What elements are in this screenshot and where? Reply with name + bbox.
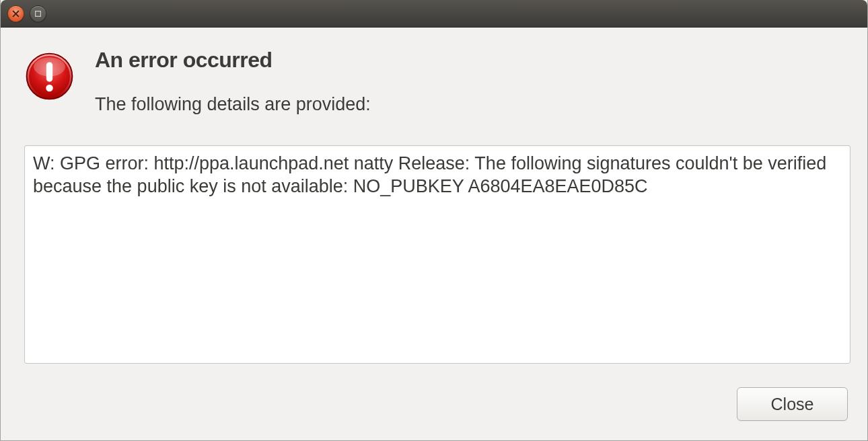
dialog-subtitle: The following details are provided: xyxy=(95,94,851,115)
error-dialog-window: An error occurred The following details … xyxy=(0,0,868,441)
svg-rect-4 xyxy=(46,62,52,81)
dialog-content: An error occurred The following details … xyxy=(1,28,867,440)
svg-rect-0 xyxy=(36,11,41,16)
window-close-button[interactable] xyxy=(7,5,24,22)
close-button[interactable]: Close xyxy=(737,387,848,421)
dialog-header-text: An error occurred The following details … xyxy=(95,48,851,115)
close-icon xyxy=(12,10,20,17)
svg-point-5 xyxy=(46,85,53,92)
minimize-icon xyxy=(34,10,42,17)
window-minimize-button[interactable] xyxy=(30,5,46,22)
dialog-header: An error occurred The following details … xyxy=(24,48,851,115)
error-icon xyxy=(24,51,75,102)
dialog-footer: Close xyxy=(24,387,851,424)
error-details-text: W: GPG error: http://ppa.launchpad.net n… xyxy=(33,153,842,198)
error-details-textbox[interactable]: W: GPG error: http://ppa.launchpad.net n… xyxy=(24,145,851,364)
dialog-title: An error occurred xyxy=(95,48,851,73)
window-titlebar xyxy=(1,0,867,28)
